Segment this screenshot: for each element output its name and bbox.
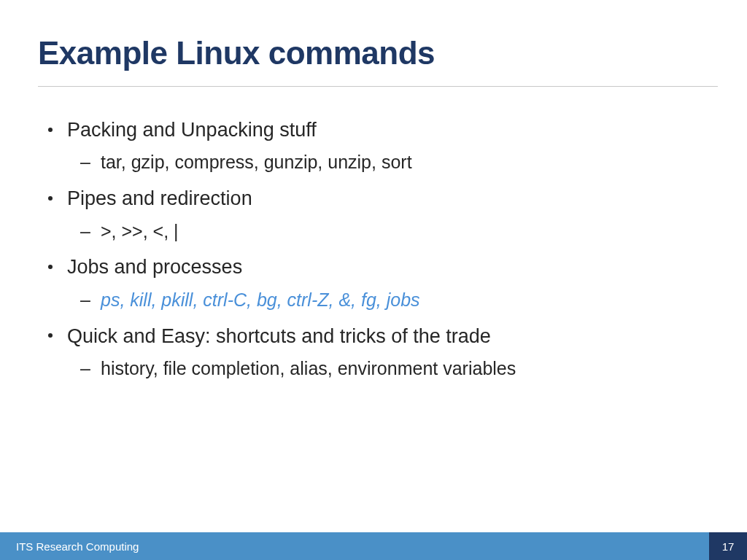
dash-icon: – xyxy=(80,219,90,244)
sub-list: – tar, gzip, compress, gunzip, unzip, so… xyxy=(67,150,709,175)
title-divider xyxy=(38,86,718,87)
dash-icon: – xyxy=(80,288,90,313)
bullet-label: Pipes and redirection xyxy=(67,187,252,209)
sub-text: >, >>, <, | xyxy=(101,221,179,241)
bullet-label: Jobs and processes xyxy=(67,256,242,278)
sub-list: – >, >>, <, | xyxy=(67,219,709,244)
bullet-item: Quick and Easy: shortcuts and tricks of … xyxy=(38,323,709,381)
sub-text: history, file completion, alias, environ… xyxy=(101,358,516,378)
sub-item: – tar, gzip, compress, gunzip, unzip, so… xyxy=(67,150,709,175)
sub-text: tar, gzip, compress, gunzip, unzip, sort xyxy=(101,152,412,172)
bullet-item: Pipes and redirection – >, >>, <, | xyxy=(38,185,709,244)
bullet-list: Packing and Unpacking stuff – tar, gzip,… xyxy=(38,117,709,381)
slide-title: Example Linux commands xyxy=(38,35,709,71)
bullet-item: Jobs and processes – ps, kill, pkill, ct… xyxy=(38,254,709,312)
bullet-item: Packing and Unpacking stuff – tar, gzip,… xyxy=(38,117,709,175)
page-number: 17 xyxy=(709,532,747,560)
bullet-label: Packing and Unpacking stuff xyxy=(67,119,317,141)
slide: Example Linux commands Packing and Unpac… xyxy=(0,0,747,560)
bullet-icon xyxy=(48,333,53,338)
bullet-label: Quick and Easy: shortcuts and tricks of … xyxy=(67,325,491,347)
dash-icon: – xyxy=(80,150,90,175)
sub-item: – >, >>, <, | xyxy=(67,219,709,244)
bullet-icon xyxy=(48,196,53,201)
sub-list: – history, file completion, alias, envir… xyxy=(67,357,709,381)
sub-item: – ps, kill, pkill, ctrl-C, bg, ctrl-Z, &… xyxy=(67,288,709,313)
sub-item: – history, file completion, alias, envir… xyxy=(67,357,709,381)
footer-org: ITS Research Computing xyxy=(0,540,139,553)
sub-list: – ps, kill, pkill, ctrl-C, bg, ctrl-Z, &… xyxy=(67,288,709,313)
bullet-icon xyxy=(48,128,53,132)
slide-content: Packing and Unpacking stuff – tar, gzip,… xyxy=(38,117,709,392)
sub-text: ps, kill, pkill, ctrl-C, bg, ctrl-Z, &, … xyxy=(101,289,420,310)
bullet-icon xyxy=(48,265,53,269)
footer-bar: ITS Research Computing 17 xyxy=(0,532,747,560)
dash-icon: – xyxy=(80,357,90,381)
